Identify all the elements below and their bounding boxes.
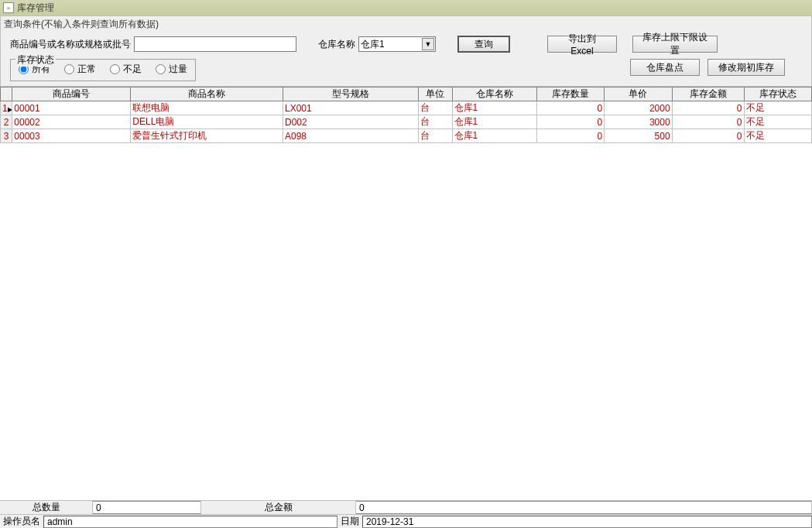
table-row[interactable]: 200002DELL电脑D002台仓库1030000不足: [1, 115, 812, 129]
search-input[interactable]: [134, 36, 296, 52]
warehouse-label: 仓库名称: [318, 38, 355, 51]
cell-unit: 台: [418, 129, 452, 143]
query-panel: 查询条件(不输入条件则查询所有数据) 商品编号或名称或规格或批号 仓库名称 仓库…: [0, 15, 812, 87]
cell-spec: LX001: [283, 101, 418, 115]
window-title: 库存管理: [17, 2, 54, 15]
grid-corner: [1, 87, 12, 101]
cell-spec: A098: [283, 129, 418, 143]
operator-value: admin: [43, 516, 337, 528]
cell-price: 3000: [605, 115, 672, 129]
cell-status: 不足: [744, 129, 811, 143]
col-code[interactable]: 商品编号: [12, 87, 131, 101]
total-qty-value: 0: [93, 501, 201, 514]
cell-status: 不足: [744, 101, 811, 115]
cell-code: 00003: [12, 129, 131, 143]
stock-status-legend: 库存状态: [15, 53, 56, 67]
col-status[interactable]: 库存状态: [744, 87, 811, 101]
operator-label: 操作员名: [0, 515, 43, 528]
stock-status-group: 库存状态 所有 正常 不足 过量: [10, 59, 196, 81]
data-grid[interactable]: 商品编号 商品名称 型号规格 单位 仓库名称 库存数量 单价 库存金额 库存状态…: [0, 87, 812, 500]
cell-qty: 0: [536, 129, 604, 143]
inventory-button[interactable]: 仓库盘点: [630, 59, 700, 76]
query-button[interactable]: 查询: [457, 36, 510, 53]
titlebar: ▫ 库存管理: [0, 0, 812, 15]
export-excel-button[interactable]: 导出到Excel: [547, 36, 617, 53]
window-icon: ▫: [3, 2, 14, 13]
cell-price: 500: [605, 129, 672, 143]
cell-name: DELL电脑: [131, 115, 283, 129]
warehouse-combo[interactable]: 仓库1 ▼: [358, 36, 436, 52]
search-label: 商品编号或名称或规格或批号: [10, 38, 131, 51]
cell-qty: 0: [536, 115, 604, 129]
radio-over-input[interactable]: [156, 64, 166, 74]
radio-low-input[interactable]: [110, 64, 120, 74]
row-header: 3: [1, 129, 12, 143]
cell-warehouse: 仓库1: [452, 129, 536, 143]
status-bar: 操作员名 admin 日期 2019-12-31: [0, 514, 812, 528]
table-row[interactable]: 100001联想电脑LX001台仓库1020000不足: [1, 101, 812, 115]
cell-name: 联想电脑: [131, 101, 283, 115]
warehouse-combo-value: 仓库1: [361, 38, 385, 51]
radio-normal[interactable]: 正常: [64, 63, 96, 76]
col-unit[interactable]: 单位: [418, 87, 452, 101]
cell-status: 不足: [744, 115, 811, 129]
col-name[interactable]: 商品名称: [131, 87, 283, 101]
cell-spec: D002: [283, 115, 418, 129]
cell-code: 00002: [12, 115, 131, 129]
col-price[interactable]: 单价: [605, 87, 672, 101]
total-qty-label: 总数量: [0, 501, 93, 514]
cell-amount: 0: [672, 115, 744, 129]
cell-code: 00001: [12, 101, 131, 115]
chevron-down-icon[interactable]: ▼: [422, 38, 434, 50]
col-spec[interactable]: 型号规格: [283, 87, 418, 101]
radio-low[interactable]: 不足: [110, 63, 142, 76]
cell-unit: 台: [418, 101, 452, 115]
table-row[interactable]: 300003爱普生针式打印机A098台仓库105000不足: [1, 129, 812, 143]
radio-over[interactable]: 过量: [156, 63, 187, 76]
date-value: 2019-12-31: [362, 516, 812, 528]
date-label: 日期: [337, 515, 362, 528]
cell-warehouse: 仓库1: [452, 115, 536, 129]
cell-amount: 0: [672, 129, 744, 143]
query-hint: 查询条件(不输入条件则查询所有数据): [4, 18, 808, 31]
total-amt-value: 0: [356, 501, 812, 514]
stock-limits-button[interactable]: 库存上限下限设置: [632, 36, 718, 53]
row-header: 1: [1, 101, 12, 115]
totals-bar: 总数量 0 总金额 0: [0, 500, 812, 514]
cell-amount: 0: [672, 101, 744, 115]
radio-normal-input[interactable]: [64, 64, 74, 74]
col-qty[interactable]: 库存数量: [536, 87, 604, 101]
col-amount[interactable]: 库存金额: [672, 87, 744, 101]
cell-qty: 0: [536, 101, 604, 115]
row-header: 2: [1, 115, 12, 129]
cell-price: 2000: [605, 101, 672, 115]
cell-warehouse: 仓库1: [452, 101, 536, 115]
initstock-button[interactable]: 修改期初库存: [708, 59, 785, 76]
col-warehouse[interactable]: 仓库名称: [452, 87, 536, 101]
cell-name: 爱普生针式打印机: [131, 129, 283, 143]
cell-unit: 台: [418, 115, 452, 129]
grid-header-row: 商品编号 商品名称 型号规格 单位 仓库名称 库存数量 单价 库存金额 库存状态: [1, 87, 812, 101]
total-amt-label: 总金额: [201, 501, 356, 514]
